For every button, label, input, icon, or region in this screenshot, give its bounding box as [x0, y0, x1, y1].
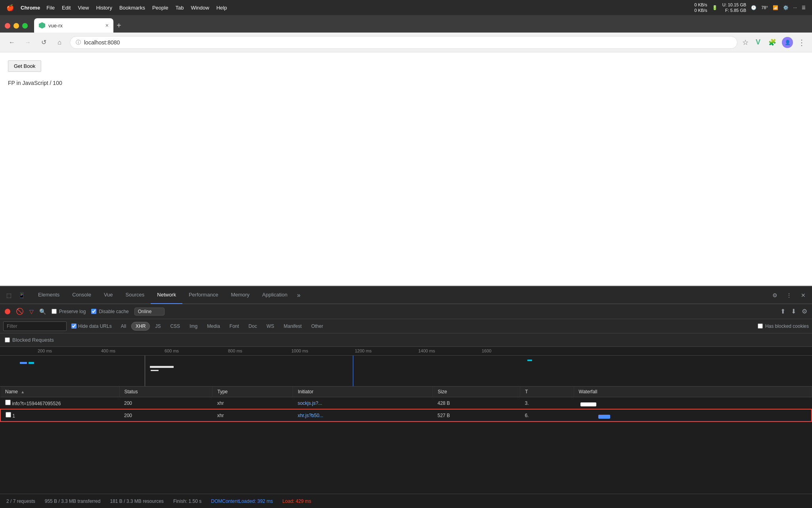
search-button[interactable]: 🔍	[39, 308, 46, 315]
cursor-icon[interactable]: ⬚	[3, 290, 14, 301]
col-header-type[interactable]: Type	[213, 387, 293, 397]
table-row[interactable]: 1 200 xhr xhr.js?b50... 527 B 6.	[0, 409, 812, 421]
col-header-initiator[interactable]: Initiator	[293, 387, 433, 397]
tab-sources[interactable]: Sources	[119, 287, 151, 304]
vue-extension-icon[interactable]: V	[753, 38, 763, 47]
filter-tab-media[interactable]: Media	[203, 322, 224, 331]
disable-cache-checkbox[interactable]: Disable cache	[91, 309, 128, 314]
tab-application[interactable]: Application	[256, 287, 294, 304]
apple-icon[interactable]: 🍎	[6, 4, 14, 12]
requests-table: Name ▲ Status Type Initiator Size T Wate…	[0, 387, 812, 422]
bookmark-star[interactable]: ☆	[742, 38, 749, 47]
status-bar: 2 / 7 requests 955 B / 3.3 MB transferre…	[0, 494, 812, 508]
close-window-button[interactable]	[5, 23, 10, 29]
maximize-window-button[interactable]	[22, 23, 28, 29]
tab-elements[interactable]: Elements	[32, 287, 66, 304]
tab-close-button[interactable]: ×	[105, 22, 109, 29]
reload-button[interactable]: ↺	[38, 37, 49, 48]
requests-table-body: info?t=1594467095526 200 xhr sockjs.js?.…	[0, 397, 812, 422]
filter-tab-manifest[interactable]: Manifest	[280, 322, 306, 331]
download-har-button[interactable]: ⬇	[791, 308, 796, 315]
col-header-size[interactable]: Size	[433, 387, 520, 397]
temperature: 78°	[761, 5, 768, 10]
tab-vue[interactable]: Vue	[98, 287, 119, 304]
back-button[interactable]: ←	[6, 37, 17, 48]
minimize-window-button[interactable]	[13, 23, 19, 29]
blocked-requests-checkbox[interactable]: Blocked Requests	[5, 337, 54, 343]
user-avatar[interactable]: 👤	[782, 37, 793, 48]
tab-more-button[interactable]: »	[294, 292, 304, 299]
preserve-log-checkbox[interactable]: Preserve log	[52, 309, 86, 314]
get-book-button[interactable]: Get Book	[8, 60, 41, 72]
devtools-more-icon[interactable]: ⋮	[783, 290, 795, 301]
cell-initiator: sockjs.js?...	[293, 397, 433, 410]
ruler-mark-1600: 1600	[482, 348, 491, 353]
menu-view[interactable]: View	[78, 5, 89, 11]
filter-tab-doc[interactable]: Doc	[244, 322, 261, 331]
browser-name: Chrome	[21, 5, 40, 11]
row-checkbox[interactable]	[5, 400, 11, 405]
forward-button[interactable]: →	[22, 37, 33, 48]
wifi-icon: 📶	[773, 5, 778, 10]
device-icon[interactable]: 📱	[16, 290, 27, 301]
tab-memory[interactable]: Memory	[224, 287, 256, 304]
table-row[interactable]: info?t=1594467095526 200 xhr sockjs.js?.…	[0, 397, 812, 410]
new-tab-button[interactable]: +	[117, 21, 121, 29]
col-header-status[interactable]: Status	[119, 387, 213, 397]
clear-button[interactable]: 🚫	[16, 308, 24, 315]
filter-tab-ws[interactable]: WS	[262, 322, 278, 331]
url-bar[interactable]: ⓘ localhost:8080	[70, 36, 737, 49]
filter-input[interactable]	[3, 321, 67, 331]
filter-tab-other[interactable]: Other	[307, 322, 327, 331]
requests-table-container: Name ▲ Status Type Initiator Size T Wate…	[0, 387, 812, 494]
ruler-mark-400: 400 ms	[101, 348, 115, 353]
filter-tab-img[interactable]: Img	[185, 322, 202, 331]
network-settings-button[interactable]: ⚙	[802, 308, 807, 315]
col-header-name[interactable]: Name ▲	[0, 387, 119, 397]
home-button[interactable]: ⌂	[54, 37, 65, 48]
upload-har-button[interactable]: ⬆	[780, 308, 785, 315]
timeline: 200 ms 400 ms 600 ms 800 ms 1000 ms 1200…	[0, 347, 812, 387]
battery-icon: 🔋	[712, 5, 718, 10]
mac-menu: File Edit View History Bookmarks People …	[46, 5, 227, 11]
devtools-close-icon[interactable]: ✕	[798, 290, 809, 301]
menu-people[interactable]: People	[152, 5, 168, 11]
tab-network[interactable]: Network	[151, 287, 182, 304]
menu-help[interactable]: Help	[216, 5, 227, 11]
filter-tab-xhr[interactable]: XHR	[131, 322, 150, 331]
ruler-mark-800: 800 ms	[228, 348, 242, 353]
transferred-size: 955 B / 3.3 MB transferred	[45, 498, 101, 504]
hide-data-urls-checkbox[interactable]: Hide data URLs	[71, 323, 112, 329]
menu-bookmarks[interactable]: Bookmarks	[119, 5, 145, 11]
has-blocked-cookies[interactable]: Has blocked cookies	[758, 323, 809, 329]
load-line	[353, 356, 353, 387]
devtools-settings-icon[interactable]: ⚙	[769, 290, 780, 301]
active-tab[interactable]: vue-rx ×	[34, 18, 113, 33]
record-button[interactable]	[5, 309, 10, 314]
filter-tab-js[interactable]: JS	[151, 322, 165, 331]
tab-performance[interactable]: Performance	[182, 287, 224, 304]
storage-stats: U: 10.15 GBF: 5.85 GB	[722, 2, 747, 13]
filter-tab-all[interactable]: All	[117, 322, 130, 331]
menu-file[interactable]: File	[46, 5, 55, 11]
throttle-select[interactable]: Online Fast 3G Slow 3G Offline	[134, 308, 165, 316]
timeline-bars-group1	[20, 362, 34, 364]
timeline-bar-4	[151, 370, 159, 371]
tab-console[interactable]: Console	[66, 287, 98, 304]
filter-tab-font[interactable]: Font	[225, 322, 243, 331]
row-checkbox[interactable]	[6, 412, 11, 418]
menu-window[interactable]: Window	[191, 5, 209, 11]
extensions-icon[interactable]: 🧩	[768, 38, 777, 47]
devtools-tab-bar: ⬚ 📱 Elements Console Vue Sources Network…	[0, 287, 812, 304]
chrome-menu-button[interactable]: ⋮	[798, 38, 806, 47]
col-header-time[interactable]: T	[520, 387, 574, 397]
col-header-waterfall[interactable]: Waterfall	[574, 387, 812, 397]
menu-edit[interactable]: Edit	[62, 5, 71, 11]
cell-name: info?t=1594467095526	[0, 397, 119, 410]
filter-tab-css[interactable]: CSS	[166, 322, 184, 331]
filter-icon[interactable]: ▽	[29, 308, 34, 315]
menu-history[interactable]: History	[96, 5, 112, 11]
cell-initiator: xhr.js?b50...	[293, 409, 433, 421]
finish-time: Finish: 1.50 s	[173, 498, 201, 504]
menu-tab[interactable]: Tab	[175, 5, 184, 11]
